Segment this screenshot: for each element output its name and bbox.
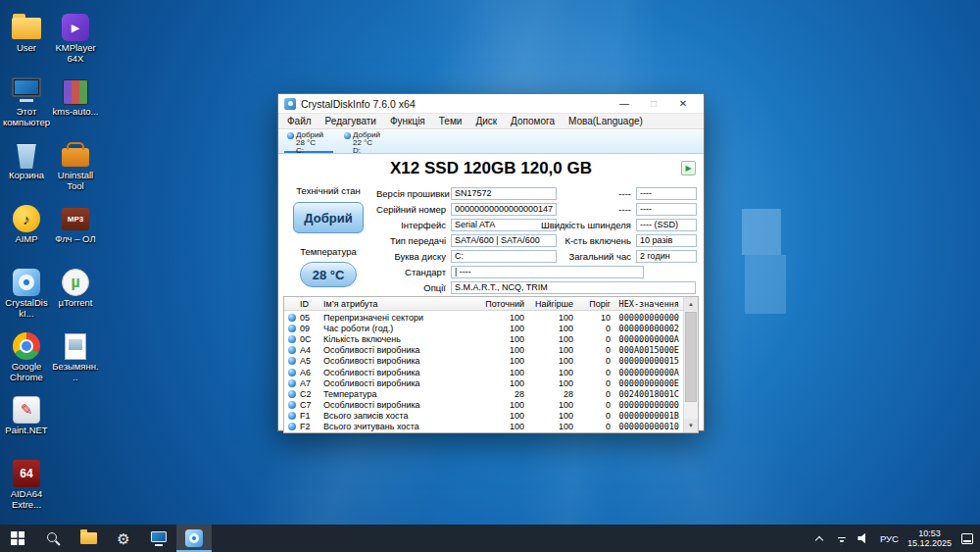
desktop-icon-crystaldiskinfo[interactable]: CrystalDiskI...	[3, 259, 50, 323]
taskbar-button-start[interactable]	[0, 525, 35, 552]
field-label: Інтерфейс	[376, 220, 451, 230]
action-center-icon[interactable]	[960, 530, 974, 546]
close-button[interactable]: ✕	[668, 98, 698, 109]
attribute-status-icon	[288, 357, 296, 365]
clock[interactable]: 10:53 15.12.2025	[907, 528, 952, 548]
volume-icon[interactable]	[858, 530, 871, 546]
attribute-worst: 100	[530, 368, 579, 377]
desktop-icon-aimp[interactable]: ♪ AIMP	[3, 195, 50, 259]
attribute-status-icon	[288, 335, 296, 343]
drive-tab[interactable]: Добрий 22 °C D:	[341, 130, 390, 153]
desktop-icon-label: Paint.NET	[5, 426, 47, 436]
smart-attribute-row[interactable]: A4 Особливості виробника 100 100 0 000A0…	[284, 345, 683, 356]
attribute-current: 100	[483, 356, 530, 366]
attribute-hex-value: 00000000000A	[616, 334, 683, 344]
desktop-icon-this-pc[interactable]: Этот компьютер	[3, 68, 50, 131]
taskbar: ⚙ РУС 10:53 15.12.2025	[0, 525, 980, 552]
desktop-app-icon: 64	[13, 460, 40, 487]
desktop-app-icon	[12, 77, 41, 97]
menu-item[interactable]: Функція	[383, 116, 432, 126]
maximize-button[interactable]: □	[639, 98, 668, 109]
desktop-icon-google-chrome[interactable]: Google Chrome	[3, 323, 50, 386]
attribute-current: 100	[483, 400, 530, 410]
attribute-hex-value: 000000000002	[616, 324, 683, 333]
attribute-id: C2	[300, 389, 321, 399]
desktop-icon-aida64[interactable]: 64 AIDA64 Extre...	[3, 450, 50, 514]
drive-tab[interactable]: Добрий 28 °C C:	[284, 130, 333, 153]
attribute-current: 100	[483, 411, 530, 421]
desktop-icon-mp3-folder[interactable]: MP3 Флч – ОЛ	[52, 195, 99, 259]
desktop-app-icon	[62, 148, 89, 167]
taskbar-button-search[interactable]	[35, 525, 71, 552]
desktop-icon-user[interactable]: User	[3, 4, 50, 68]
language-indicator[interactable]: РУС	[880, 533, 899, 544]
smart-attribute-row[interactable]: C7 Особливості виробника 100 100 0 00000…	[284, 400, 683, 411]
health-status-button[interactable]: Добрий	[293, 202, 364, 233]
info-field-row: ---- ----	[520, 201, 697, 217]
field-value: ----	[636, 203, 697, 216]
menu-item[interactable]: Теми	[432, 116, 469, 126]
table-scrollbar[interactable]: ▲ ▼	[683, 297, 698, 432]
menu-item[interactable]: Файл	[280, 116, 318, 126]
smart-attribute-row[interactable]: 0C Кількість включень 100 100 0 00000000…	[284, 333, 683, 344]
smart-attribute-row[interactable]: F2 Всього зчитувань хоста 100 100 0 0000…	[284, 422, 683, 432]
desktop-icon-paint-net[interactable]: ✎ Paint.NET	[3, 386, 50, 450]
desktop-icon-label: Безымянн...	[52, 362, 99, 382]
menu-item[interactable]: Допомога	[504, 116, 562, 126]
attribute-status-icon	[288, 412, 296, 420]
scroll-up-icon[interactable]: ▲	[684, 297, 698, 311]
window-titlebar[interactable]: CrystalDiskInfo 7.6.0 x64 — □ ✕	[278, 94, 704, 114]
attribute-id: A5	[300, 356, 321, 366]
taskbar-button-this-pc[interactable]	[141, 525, 176, 552]
scroll-down-icon[interactable]: ▼	[684, 419, 698, 432]
smart-attribute-row[interactable]: 05 Перепризначені сектори 100 100 10 000…	[284, 312, 683, 323]
info-field-row: Швидкість шпинделя ---- (SSD)	[520, 217, 697, 232]
menu-item[interactable]: Диск	[468, 116, 504, 126]
desktop-icon-kms-auto[interactable]: kms-auto...	[52, 68, 99, 131]
attribute-name: Особливості виробника	[321, 356, 483, 366]
smart-attribute-row[interactable]: F1 Всього записів хоста 100 100 0 000000…	[284, 411, 683, 422]
attribute-worst: 100	[530, 378, 579, 388]
attribute-hex-value: 00240018001C	[616, 389, 683, 399]
attribute-status-icon	[288, 423, 296, 430]
wallpaper-highlight	[745, 255, 786, 314]
attribute-worst: 100	[530, 411, 579, 421]
field-label: Буква диску	[376, 251, 451, 262]
desktop-icon-kmplayer[interactable]: ▶ KMPlayer 64X	[52, 4, 99, 68]
smart-attribute-row[interactable]: A6 Особливості виробника 100 100 0 00000…	[284, 367, 683, 377]
smart-attribute-row[interactable]: 09 Час роботи (год.) 100 100 0 000000000…	[284, 323, 683, 333]
attribute-worst: 100	[530, 334, 579, 344]
scrollbar-thumb[interactable]	[685, 312, 697, 402]
column-header-current: Поточний	[483, 299, 530, 309]
taskbar-button-settings[interactable]: ⚙	[106, 525, 141, 552]
field-value: ---- (SSD)	[636, 219, 697, 231]
attribute-threshold: 0	[579, 368, 616, 377]
minimize-button[interactable]: —	[610, 98, 639, 109]
next-drive-button[interactable]: ▶	[681, 161, 696, 176]
desktop-icon-recycle-bin[interactable]: Корзина	[3, 131, 50, 195]
crystaldiskinfo-window: CrystalDiskInfo 7.6.0 x64 — □ ✕ Файл Ред…	[277, 93, 705, 431]
menu-item[interactable]: Мова(Language)	[562, 116, 650, 126]
menu-item[interactable]: Редагувати	[318, 116, 383, 126]
desktop-icon-label: AIDA64 Extre...	[3, 489, 50, 510]
taskbar-button-crystaldiskinfo[interactable]	[176, 525, 212, 552]
taskbar-button-file-explorer[interactable]	[71, 525, 106, 552]
desktop-icon-uninstall-tool[interactable]: Uninstall Tool	[52, 131, 99, 195]
smart-attribute-row[interactable]: C2 Температура 28 28 0 00240018001C	[284, 388, 683, 399]
attribute-status-icon	[288, 401, 296, 409]
desktop-icon-label: µTorrent	[58, 298, 92, 309]
attribute-current: 100	[483, 378, 530, 388]
desktop-icon-utorrent[interactable]: µ µTorrent	[52, 259, 99, 323]
desktop-icon-untitled[interactable]: Безымянн...	[52, 323, 99, 386]
desktop-icon-label: Этот компьютер	[3, 107, 50, 127]
field-value: S.M.A.R.T., NCQ, TRIM	[451, 281, 696, 294]
smart-attribute-row[interactable]: A5 Особливості виробника 100 100 0 00000…	[284, 356, 683, 367]
network-icon[interactable]	[835, 530, 849, 546]
attribute-threshold: 0	[579, 334, 616, 344]
desktop-app-icon: ▶	[62, 14, 89, 41]
column-header-attribute-name: Ім’я атрибута	[321, 299, 483, 309]
temperature-button[interactable]: 28 °C	[300, 262, 357, 287]
attribute-current: 100	[483, 313, 530, 323]
hidden-icons-chevron-icon[interactable]	[812, 530, 826, 546]
smart-attribute-row[interactable]: A7 Особливості виробника 100 100 0 00000…	[284, 377, 683, 388]
